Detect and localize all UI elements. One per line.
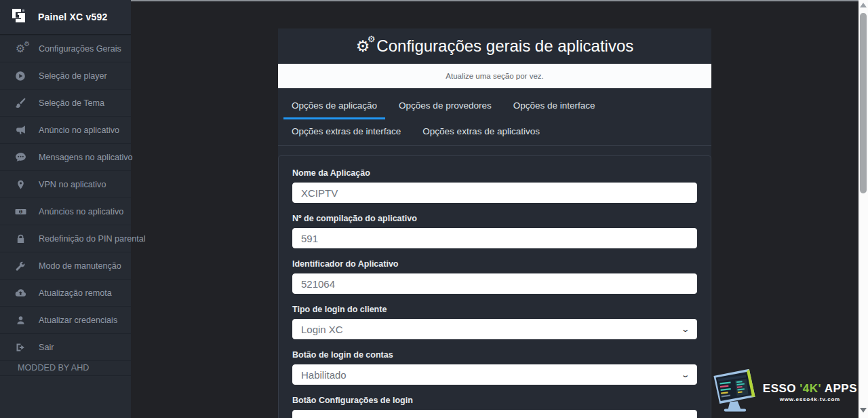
select-value: Habilitado — [301, 369, 347, 381]
sidebar-item-label: Atualizar credenciais — [39, 316, 117, 325]
scroll-down-arrow-icon[interactable] — [860, 408, 867, 413]
field-label-tipo-login: Tipo de login do cliente — [292, 305, 697, 314]
chevron-down-icon: ⌄ — [680, 325, 690, 334]
brand-text-block: ESSO '4K' APPS www.esso4k-tv.com — [763, 382, 857, 402]
sidebar-item-label: Seleção de player — [39, 71, 107, 81]
form-group: Nº de compilação do aplicativo — [292, 214, 697, 248]
sidebar-item-sair[interactable]: Sair — [0, 334, 131, 361]
tab-bar: Opções de aplicação Opções de provedores… — [278, 88, 711, 146]
sidebar-item-modo-de-manutencao[interactable]: Modo de manutenção — [0, 252, 131, 280]
sidebar-item-label: Seleção de Tema — [39, 98, 104, 108]
form-group: Botão de login de contas Habilitado ⌄ — [292, 350, 697, 385]
money-bill-icon: 1 — [9, 206, 31, 217]
settings-card: ⚙⚙ Configurações gerais de aplicativos A… — [278, 28, 711, 418]
chevron-down-icon: ⌄ — [680, 370, 690, 379]
sidebar-item-configuracoes-gerais[interactable]: ⚙⚙ Configurações Gerais — [0, 35, 131, 62]
brand-name: ESSO '4K' APPS — [763, 382, 857, 396]
lock-icon — [9, 233, 31, 244]
panel-title: Painel XC v592 — [38, 12, 107, 22]
sidebar-item-anuncio-no-aplicativo[interactable]: Anúncio no aplicativo — [0, 117, 131, 144]
svg-text:1: 1 — [20, 209, 22, 213]
scrollbar-thumb[interactable] — [860, 13, 867, 193]
tipo-login-select[interactable]: Login XC ⌄ — [292, 319, 697, 339]
brand-url: www.esso4k-tv.com — [780, 396, 840, 402]
sidebar-item-redefinicao-pin-parental[interactable]: Redefinição do PIN parental — [0, 225, 131, 252]
play-circle-icon — [9, 71, 31, 81]
sidebar-item-label: Configurações Gerais — [39, 44, 121, 54]
paint-brush-icon — [9, 98, 31, 109]
field-label-nome-da-aplicacao: Nome da Aplicação — [292, 168, 697, 178]
sidebar-item-atualizar-credenciais[interactable]: Atualizar credenciais — [0, 307, 131, 334]
megaphone-icon — [9, 124, 31, 136]
main-content: ⚙⚙ Configurações gerais de aplicativos A… — [131, 0, 859, 418]
tab-opcoes-de-interface[interactable]: Opções de interface — [505, 94, 604, 119]
sign-out-icon — [9, 342, 31, 353]
scroll-up-arrow-icon[interactable] — [860, 3, 867, 7]
field-label-botao-configuracoes-login: Botão Configurações de login — [292, 396, 697, 405]
select-value: Login XC — [301, 324, 343, 335]
screen: Painel XC v592 ⚙⚙ Configurações Gerais S… — [0, 0, 868, 418]
sidebar-item-label: Anúncio no aplicativo — [39, 126, 119, 135]
tab-opcoes-extras-de-aplicativos[interactable]: Opções extras de aplicativos — [414, 119, 548, 145]
sidebar-item-label: Redefinição do PIN parental — [39, 234, 146, 244]
tab-opcoes-extras-de-interface[interactable]: Opções extras de interface — [283, 119, 409, 145]
panel-logo-icon — [9, 7, 27, 27]
form-group: Nome da Aplicação — [292, 168, 697, 203]
form-group: Tipo de login do cliente Login XC ⌄ — [292, 305, 697, 339]
tab-opcoes-de-provedores[interactable]: Opções de provedores — [391, 94, 500, 119]
gears-icon: ⚙⚙ — [9, 43, 31, 54]
field-label-compilacao: Nº de compilação do aplicativo — [292, 214, 697, 223]
botao-configuracoes-login-select[interactable] — [292, 410, 697, 418]
info-alert-text: Atualize uma seção por vez. — [446, 72, 543, 80]
sidebar-header: Painel XC v592 — [0, 0, 131, 35]
modded-note: MODDED BY AHD — [0, 361, 131, 376]
brand-watermark: ESSO '4K' APPS www.esso4k-tv.com — [709, 369, 857, 415]
sidebar-item-mensagens-no-aplicativo[interactable]: Mensagens no aplicativo — [0, 144, 131, 171]
sidebar-item-label: Mensagens no aplicativo — [39, 153, 133, 162]
botao-login-contas-select[interactable]: Habilitado ⌄ — [292, 364, 697, 385]
sidebar-item-label: Modo de manutenção — [39, 261, 121, 271]
field-label-botao-login-contas: Botão de login de contas — [292, 350, 697, 360]
sidebar-item-selecao-de-tema[interactable]: Seleção de Tema — [0, 90, 131, 117]
comment-dots-icon — [9, 151, 31, 163]
sidebar: Painel XC v592 ⚙⚙ Configurações Gerais S… — [0, 0, 131, 418]
sidebar-item-label: Atualização remota — [39, 288, 112, 298]
sidebar-item-label: Sair — [39, 343, 54, 352]
sidebar-item-anuncios-no-aplicativo[interactable]: 1 Anúncios no aplicativo — [0, 198, 131, 225]
gears-icon: ⚙⚙ — [356, 38, 370, 54]
sidebar-item-label: VPN no aplicativo — [39, 180, 106, 189]
cloud-upload-icon — [9, 288, 31, 299]
form-group: Botão Configurações de login — [292, 396, 697, 418]
sidebar-item-atualizacao-remota[interactable]: Atualização remota — [0, 280, 131, 307]
tab-opcoes-de-aplicacao[interactable]: Opções de aplicação — [283, 94, 385, 119]
page-title-text: Configurações gerais de aplicativos — [376, 37, 633, 56]
form-group: Identificador do Aplicativo — [292, 259, 697, 294]
vertical-scrollbar[interactable] — [859, 0, 868, 418]
sidebar-item-selecao-de-player[interactable]: Seleção de player — [0, 62, 131, 90]
page-title: ⚙⚙ Configurações gerais de aplicativos — [278, 28, 711, 64]
monitor-illustration — [709, 369, 760, 415]
numero-compilacao-input[interactable] — [292, 228, 697, 248]
field-label-identificador: Identificador do Aplicativo — [292, 259, 697, 269]
application-options-form: Nome da Aplicação Nº de compilação do ap… — [278, 155, 711, 418]
info-alert: Atualize uma seção por vez. — [278, 64, 711, 88]
top-strip — [131, 0, 859, 1]
wrench-icon — [9, 261, 31, 271]
nome-da-aplicacao-input[interactable] — [292, 183, 697, 203]
identificador-aplicativo-input[interactable] — [292, 273, 697, 294]
user-icon — [9, 315, 31, 326]
sidebar-item-vpn-no-aplicativo[interactable]: VPN no aplicativo — [0, 171, 131, 198]
sidebar-item-label: Anúncios no aplicativo — [39, 207, 123, 216]
map-marker-icon — [9, 179, 31, 190]
